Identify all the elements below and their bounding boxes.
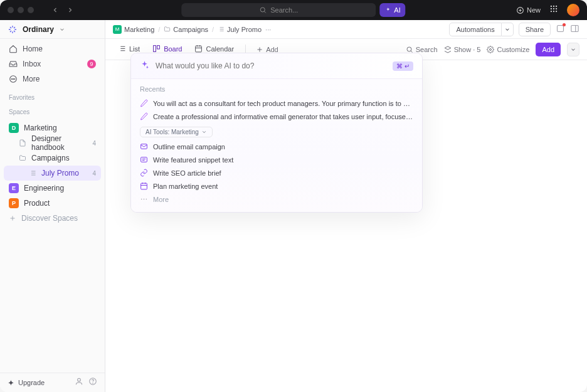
bc-julypromo-label: July Promo	[227, 26, 262, 33]
ai-label: AI	[394, 6, 400, 14]
space-engineering[interactable]: E Engineering	[4, 181, 101, 196]
ai-button[interactable]: AI	[379, 3, 405, 17]
svg-point-26	[78, 378, 81, 381]
search-input[interactable]: Search...	[181, 3, 376, 17]
svg-point-63	[145, 199, 147, 200]
add-button[interactable]: Add	[536, 43, 561, 56]
plus-icon	[9, 215, 16, 222]
nav-back[interactable]	[49, 4, 61, 16]
sparkle-icon	[384, 7, 391, 14]
favorites-heading: Favorites	[0, 89, 105, 103]
breadcrumb-more[interactable]: ···	[265, 26, 271, 33]
view-add[interactable]: Add	[252, 46, 282, 53]
breadcrumb-sep: /	[212, 26, 214, 33]
traffic-light-max[interactable]	[28, 7, 34, 13]
upgrade-label: Upgrade	[18, 379, 45, 386]
ai-more[interactable]: More	[140, 193, 413, 206]
july-promo-label: July Promo	[41, 169, 79, 177]
user-avatar[interactable]	[567, 4, 579, 16]
sidebar-more-label: More	[23, 75, 40, 83]
view-search-label: Search	[416, 46, 438, 53]
user-icon[interactable]	[75, 377, 83, 388]
panel-toggle-icon[interactable]	[570, 24, 579, 34]
automations-button-group: Automations	[449, 23, 513, 36]
breadcrumb-july-promo[interactable]: July Promo	[218, 26, 262, 33]
home-icon	[9, 45, 18, 53]
ai-tool-item[interactable]: Plan marketing event	[140, 179, 413, 193]
breadcrumb-marketing[interactable]: M Marketing	[113, 25, 154, 34]
ai-tool-item[interactable]: Write featured snippet text	[140, 153, 413, 166]
upgrade-button[interactable]: ✦ Upgrade	[8, 378, 45, 388]
view-search[interactable]: Search	[406, 46, 438, 53]
ai-panel: ⌘ ↵ Recents You will act as a consultant…	[130, 53, 423, 213]
titlebar: Search... AI New	[0, 0, 587, 20]
ai-recent-item[interactable]: Create a professional and informative em…	[140, 110, 413, 123]
search-icon	[259, 6, 267, 14]
automations-button[interactable]: Automations	[449, 23, 501, 36]
inbox-badge: 9	[87, 60, 96, 68]
svg-rect-54	[141, 157, 147, 162]
workspace-logo-icon	[8, 24, 18, 34]
sidebar-inbox-label: Inbox	[23, 60, 41, 68]
ai-toolkit-selector[interactable]: AI Tools: Marketing	[140, 127, 213, 137]
breadcrumb-bar: M Marketing / Campaigns / July Promo ···…	[105, 20, 587, 39]
svg-point-9	[553, 8, 554, 9]
plus-circle-icon	[516, 6, 524, 14]
discover-spaces[interactable]: Discover Spaces	[4, 211, 101, 226]
breadcrumb-campaigns[interactable]: Campaigns	[164, 26, 208, 33]
sidebar-inbox[interactable]: Inbox 9	[4, 56, 101, 72]
svg-point-0	[260, 8, 265, 12]
view-calendar-label: Calendar	[206, 45, 234, 53]
window-controls	[8, 7, 34, 13]
sidebar-more[interactable]: More	[4, 72, 101, 87]
pencil-icon	[140, 99, 148, 107]
space-designer-handbook[interactable]: Designer handbook 4	[4, 135, 101, 151]
chevron-down-icon	[504, 26, 510, 33]
gear-icon	[487, 46, 494, 53]
traffic-light-close[interactable]	[8, 7, 14, 13]
ai-prompt-input[interactable]	[156, 61, 386, 70]
dots-icon	[140, 195, 148, 203]
list-icon	[218, 26, 225, 33]
space-campaigns[interactable]: Campaigns	[4, 151, 101, 166]
view-show[interactable]: Show · 5	[444, 46, 481, 53]
traffic-light-min[interactable]	[18, 7, 24, 13]
chevron-down-icon	[570, 46, 576, 53]
ai-recent-item[interactable]: You will act as a consultant for tech pr…	[140, 97, 413, 110]
svg-point-14	[10, 76, 17, 83]
spaces-heading: Spaces	[0, 103, 105, 118]
workspace-switcher[interactable]: Ordinary	[0, 20, 105, 39]
ai-tool-item[interactable]: Outline email campaign	[140, 140, 413, 153]
bc-campaigns-label: Campaigns	[173, 26, 208, 33]
share-button[interactable]: Share	[519, 23, 551, 36]
svg-marker-51	[445, 46, 451, 50]
ai-tool-item[interactable]: Write SEO article brief	[140, 166, 413, 179]
new-button[interactable]: New	[516, 6, 541, 14]
ai-tool-label: Plan marketing event	[153, 183, 218, 190]
link-icon	[140, 169, 148, 177]
folder-icon	[19, 154, 26, 162]
svg-point-62	[144, 199, 145, 200]
engineering-label: Engineering	[24, 184, 64, 193]
notification-icon[interactable]	[556, 24, 565, 34]
help-icon[interactable]	[88, 377, 97, 388]
ai-tool-label: Write SEO article brief	[153, 169, 221, 177]
bc-marketing-label: Marketing	[124, 26, 154, 33]
history-nav	[49, 4, 77, 16]
space-july-promo[interactable]: July Promo 4	[4, 166, 101, 181]
svg-point-6	[553, 6, 554, 7]
designer-handbook-count: 4	[92, 140, 96, 147]
space-marketing[interactable]: D Marketing	[4, 120, 101, 135]
view-customize[interactable]: Customize	[487, 46, 529, 53]
svg-line-1	[265, 11, 266, 13]
nav-forward[interactable]	[64, 4, 77, 16]
space-product[interactable]: P Product	[4, 196, 101, 211]
ai-panel-body: Recents You will act as a consultant for…	[131, 78, 422, 212]
layers-icon	[444, 46, 452, 53]
apps-grid-icon[interactable]	[549, 4, 558, 16]
sidebar-home[interactable]: Home	[4, 41, 101, 56]
automations-dropdown[interactable]	[502, 23, 514, 36]
sidebar-footer: ✦ Upgrade	[0, 373, 105, 392]
pencil-icon	[140, 112, 148, 120]
add-button-dropdown[interactable]	[567, 43, 579, 56]
